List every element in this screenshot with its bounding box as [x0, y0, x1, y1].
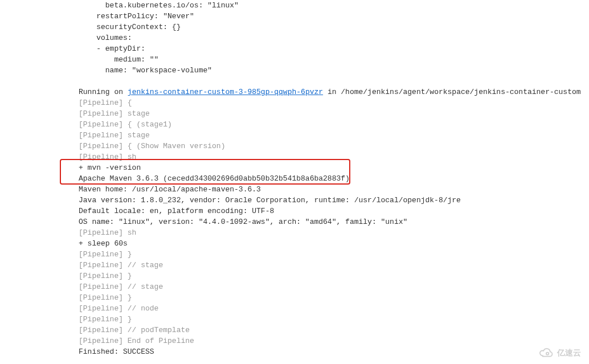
- console-line: OS name: "linux", version: "4.4.0-1092-a…: [79, 216, 589, 227]
- console-line: Finished: SUCCESS: [79, 346, 589, 357]
- console-line: + sleep 60s: [79, 238, 589, 249]
- console-line: + mvn -version: [79, 162, 589, 173]
- console-line: [Pipeline] stage: [79, 130, 589, 141]
- svg-point-0: [546, 353, 549, 355]
- console-line: [Pipeline] }: [79, 314, 589, 325]
- console-line: - emptyDir:: [79, 43, 589, 54]
- page: beta.kubernetes.io/os: "linux" restartPo…: [0, 0, 589, 364]
- console-line: beta.kubernetes.io/os: "linux": [79, 0, 589, 11]
- console-line: [Pipeline] }: [79, 292, 589, 303]
- console-output: beta.kubernetes.io/os: "linux" restartPo…: [0, 0, 589, 357]
- watermark-text: 亿速云: [557, 347, 581, 358]
- console-line: [Pipeline] }: [79, 271, 589, 281]
- console-line: medium: "": [79, 54, 589, 65]
- console-line: restartPolicy: "Never": [79, 11, 589, 22]
- text-span: Running on: [79, 88, 128, 96]
- console-line: securityContext: {}: [79, 22, 589, 32]
- console-line: [Pipeline] {: [79, 97, 589, 108]
- console-line: [Pipeline] // stage: [79, 281, 589, 292]
- console-line: Default locale: en, platform encoding: U…: [79, 206, 589, 216]
- node-link[interactable]: jenkins-container-custom-3-985gp-qqwph-6…: [128, 88, 323, 96]
- text-span: in /home/jenkins/agent/workspace/jenkins…: [323, 88, 580, 96]
- console-line: volumes:: [79, 32, 589, 43]
- console-line: [Pipeline] sh: [79, 227, 589, 238]
- console-line: [Pipeline] End of Pipeline: [79, 336, 589, 346]
- cloud-icon: [538, 347, 554, 358]
- console-line: [Pipeline] }: [79, 249, 589, 260]
- console-line: [Pipeline] { (Show Maven version): [79, 141, 589, 152]
- console-line: [Pipeline] // node: [79, 303, 589, 314]
- console-line: [Pipeline] // podTemplate: [79, 325, 589, 336]
- watermark: 亿速云: [538, 347, 581, 358]
- console-line: Running on jenkins-container-custom-3-98…: [79, 87, 589, 97]
- console-line: Java version: 1.8.0_232, vendor: Oracle …: [79, 195, 589, 206]
- console-line: [79, 76, 589, 87]
- console-line: [Pipeline] sh: [79, 152, 589, 162]
- console-line: Apache Maven 3.6.3 (cecedd343002696d0abb…: [79, 173, 589, 184]
- console-line: [Pipeline] stage: [79, 108, 589, 119]
- console-line: name: "workspace-volume": [79, 65, 589, 76]
- console-line: Maven home: /usr/local/apache-maven-3.6.…: [79, 184, 589, 195]
- console-line: [Pipeline] { (stage1): [79, 119, 589, 130]
- console-line: [Pipeline] // stage: [79, 260, 589, 271]
